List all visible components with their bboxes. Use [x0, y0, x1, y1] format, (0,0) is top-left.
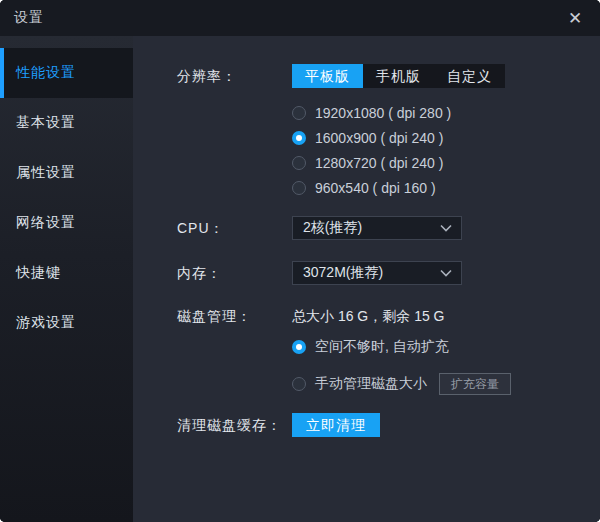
radio-label: 1280x720 ( dpi 240 ) — [315, 155, 443, 171]
tab-custom[interactable]: 自定义 — [434, 64, 505, 88]
radio-off-icon — [292, 181, 306, 195]
disk-label: 磁盘管理： — [177, 304, 292, 328]
radio-off-icon — [292, 156, 306, 170]
radio-label: 空间不够时, 自动扩充 — [315, 338, 449, 356]
settings-panel: 分辨率： 平板版 手机版 自定义 1920x1080 ( dpi 280 ) — [133, 36, 600, 522]
radio-label: 960x540 ( dpi 160 ) — [315, 180, 436, 196]
disk-summary: 总大小 16 G，剩余 15 G — [292, 304, 511, 328]
radio-1600x900[interactable]: 1600x900 ( dpi 240 ) — [292, 125, 505, 150]
clean-now-button[interactable]: 立即清理 — [292, 413, 380, 437]
sidebar: 性能设置 基本设置 属性设置 网络设置 快捷键 游戏设置 — [0, 36, 133, 522]
radio-label: 1600x900 ( dpi 240 ) — [315, 130, 443, 146]
sidebar-item-performance[interactable]: 性能设置 — [0, 48, 133, 98]
sidebar-item-property[interactable]: 属性设置 — [0, 148, 133, 198]
radio-label: 手动管理磁盘大小 — [315, 375, 427, 393]
sidebar-item-game[interactable]: 游戏设置 — [0, 298, 133, 348]
memory-select-value: 3072M(推荐) — [303, 264, 383, 282]
memory-section: 内存： 3072M(推荐) — [177, 261, 600, 285]
radio-off-icon — [292, 377, 306, 391]
sidebar-item-network[interactable]: 网络设置 — [0, 198, 133, 248]
sidebar-item-label: 性能设置 — [16, 64, 76, 82]
settings-window: 设置 ✕ 性能设置 基本设置 属性设置 网络设置 快捷键 游戏设置 分辨率： 平… — [0, 0, 600, 522]
sidebar-item-label: 网络设置 — [16, 214, 76, 232]
chevron-down-icon — [440, 269, 452, 277]
resolution-controls: 平板版 手机版 自定义 1920x1080 ( dpi 280 ) 1600x9… — [292, 64, 505, 200]
resolution-tab-group: 平板版 手机版 自定义 — [292, 64, 505, 88]
cpu-select[interactable]: 2核(推荐) — [292, 216, 462, 240]
sidebar-item-basic[interactable]: 基本设置 — [0, 98, 133, 148]
radio-1920x1080[interactable]: 1920x1080 ( dpi 280 ) — [292, 100, 505, 125]
tab-tablet[interactable]: 平板版 — [292, 64, 363, 88]
radio-manual-disk[interactable]: 手动管理磁盘大小 扩充容量 — [292, 371, 511, 396]
sidebar-item-label: 属性设置 — [16, 164, 76, 182]
disk-section: 磁盘管理： 总大小 16 G，剩余 15 G 空间不够时, 自动扩充 手动管理磁… — [177, 304, 600, 396]
disk-controls: 总大小 16 G，剩余 15 G 空间不够时, 自动扩充 手动管理磁盘大小 扩充… — [292, 304, 511, 396]
radio-on-icon — [292, 131, 306, 145]
resolution-section: 分辨率： 平板版 手机版 自定义 1920x1080 ( dpi 280 ) — [177, 64, 600, 200]
title-bar: 设置 ✕ — [0, 0, 600, 36]
resolution-options: 1920x1080 ( dpi 280 ) 1600x900 ( dpi 240… — [292, 100, 505, 200]
radio-off-icon — [292, 106, 306, 120]
radio-on-icon — [292, 340, 306, 354]
cpu-select-value: 2核(推荐) — [303, 219, 362, 237]
radio-auto-expand[interactable]: 空间不够时, 自动扩充 — [292, 334, 511, 359]
radio-1280x720[interactable]: 1280x720 ( dpi 240 ) — [292, 150, 505, 175]
sidebar-item-hotkeys[interactable]: 快捷键 — [0, 248, 133, 298]
sidebar-item-label: 游戏设置 — [16, 314, 76, 332]
resolution-label: 分辨率： — [177, 64, 292, 88]
sidebar-item-label: 基本设置 — [16, 114, 76, 132]
radio-960x540[interactable]: 960x540 ( dpi 160 ) — [292, 175, 505, 200]
cpu-label: CPU： — [177, 216, 292, 240]
cpu-section: CPU： 2核(推荐) — [177, 216, 600, 240]
memory-label: 内存： — [177, 261, 292, 285]
sidebar-item-label: 快捷键 — [16, 264, 61, 282]
window-body: 性能设置 基本设置 属性设置 网络设置 快捷键 游戏设置 分辨率： 平板版 手机… — [0, 36, 600, 522]
expand-capacity-button[interactable]: 扩充容量 — [439, 373, 511, 395]
cache-section: 清理磁盘缓存： 立即清理 — [177, 413, 600, 437]
chevron-down-icon — [440, 224, 452, 232]
cache-label: 清理磁盘缓存： — [177, 413, 292, 437]
close-icon[interactable]: ✕ — [564, 10, 586, 27]
radio-label: 1920x1080 ( dpi 280 ) — [315, 105, 451, 121]
memory-select[interactable]: 3072M(推荐) — [292, 261, 462, 285]
tab-phone[interactable]: 手机版 — [363, 64, 434, 88]
window-title: 设置 — [14, 9, 44, 27]
